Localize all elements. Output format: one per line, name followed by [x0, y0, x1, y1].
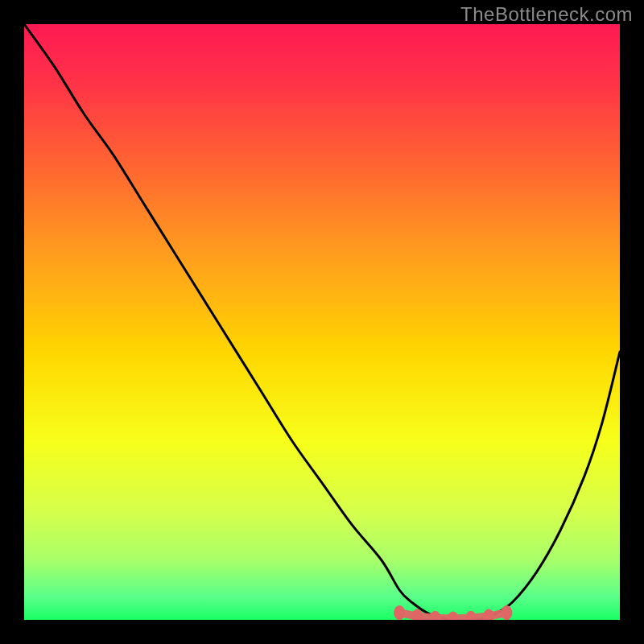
chart-svg	[24, 24, 620, 620]
gradient-background	[24, 24, 620, 620]
plot-area	[24, 24, 620, 620]
marker-dot	[501, 605, 512, 620]
marker-dot	[394, 605, 405, 620]
chart-frame: TheBottleneck.com	[0, 0, 644, 644]
watermark-text: TheBottleneck.com	[460, 3, 633, 26]
